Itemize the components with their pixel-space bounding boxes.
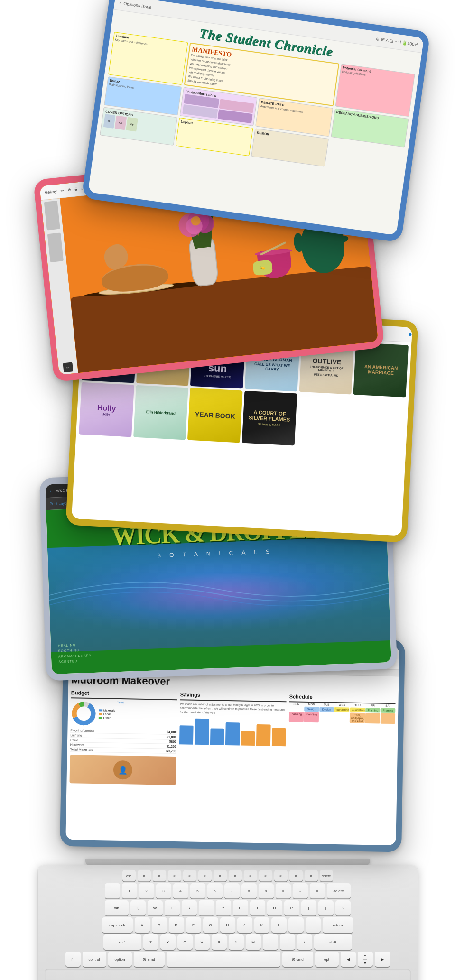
- key-option-left[interactable]: option: [108, 952, 132, 967]
- key-x[interactable]: X: [160, 934, 176, 950]
- key-quote[interactable]: ': [306, 917, 321, 933]
- key-shift-left[interactable]: shift: [103, 934, 141, 950]
- key-shift-right[interactable]: shift: [314, 934, 352, 950]
- key-2[interactable]: 2: [139, 883, 154, 898]
- key-q[interactable]: Q: [130, 900, 146, 915]
- key-tab[interactable]: tab: [105, 900, 129, 915]
- savings-title: Savings: [180, 690, 286, 702]
- key-0[interactable]: 0: [276, 883, 291, 898]
- books-search[interactable]: ⊕: [408, 333, 411, 337]
- key-f8[interactable]: #: [244, 870, 257, 881]
- key-3[interactable]: 3: [156, 883, 171, 898]
- key-lbracket[interactable]: [: [301, 900, 316, 915]
- key-f10[interactable]: #: [274, 870, 288, 881]
- key-y[interactable]: Y: [216, 900, 231, 915]
- key-f5[interactable]: #: [198, 870, 212, 881]
- pencil-icon: ✏: [60, 188, 64, 193]
- budget-total-label: Total: [116, 701, 123, 727]
- opacity-slider[interactable]: [44, 201, 60, 231]
- key-right[interactable]: ▶: [375, 952, 390, 967]
- key-space[interactable]: [167, 952, 280, 967]
- label-paint: Paint: [70, 738, 77, 741]
- trackpad[interactable]: [45, 969, 411, 980]
- key-f2[interactable]: #: [153, 870, 166, 881]
- key-6[interactable]: 6: [207, 883, 223, 898]
- key-left[interactable]: ◀: [341, 952, 356, 967]
- key-delete-fn[interactable]: delete: [320, 870, 333, 881]
- book-court[interactable]: A COURT OF SILVER FLAMES SARAH J. MAAS: [241, 391, 297, 446]
- zxcv-row: shift Z X C V B N M , . / shift: [45, 934, 411, 950]
- book-holly[interactable]: Holly Jolly: [79, 382, 134, 437]
- key-w[interactable]: W: [148, 900, 163, 915]
- key-k[interactable]: K: [254, 917, 269, 933]
- key-u[interactable]: U: [233, 900, 248, 915]
- key-f11[interactable]: #: [289, 870, 303, 881]
- book-hilderbrand[interactable]: Elin Hilderbrand: [133, 385, 188, 440]
- size-slider[interactable]: [47, 232, 63, 262]
- key-backslash[interactable]: \: [335, 900, 351, 915]
- undo-icon[interactable]: ↩: [63, 362, 73, 372]
- cal-cell-2: Design: [319, 707, 334, 712]
- key-d[interactable]: D: [169, 917, 184, 933]
- key-f1[interactable]: #: [138, 870, 151, 881]
- key-l[interactable]: L: [271, 917, 287, 933]
- key-delete[interactable]: delete: [327, 883, 351, 898]
- key-5[interactable]: 5: [190, 883, 205, 898]
- key-f7[interactable]: #: [229, 870, 242, 881]
- key-cmd-left[interactable]: ⌘ cmd: [134, 952, 165, 967]
- key-equals[interactable]: =: [310, 883, 325, 898]
- key-8[interactable]: 8: [241, 883, 257, 898]
- key-s[interactable]: S: [152, 917, 167, 933]
- key-period[interactable]: .: [280, 934, 295, 950]
- key-cmd-right[interactable]: ⌘ cmd: [282, 952, 313, 967]
- doc-title: Opinions Issue: [123, 1, 151, 9]
- key-g[interactable]: G: [203, 917, 218, 933]
- key-p[interactable]: P: [284, 900, 299, 915]
- key-z[interactable]: Z: [143, 934, 158, 950]
- key-v[interactable]: V: [195, 934, 210, 950]
- key-c[interactable]: C: [177, 934, 193, 950]
- key-control[interactable]: control: [83, 952, 106, 967]
- label-flooring: Flooring/Lumber: [70, 729, 94, 732]
- key-n[interactable]: N: [229, 934, 244, 950]
- key-i[interactable]: I: [250, 900, 265, 915]
- key-f[interactable]: F: [186, 917, 201, 933]
- key-r[interactable]: R: [182, 900, 197, 915]
- book-title-hild: Elin Hilderbrand: [146, 409, 175, 415]
- key-comma[interactable]: ,: [263, 934, 278, 950]
- key-4[interactable]: 4: [173, 883, 188, 898]
- timeline-box: Timeline Key dates and milestones: [108, 32, 188, 85]
- key-f6[interactable]: #: [214, 870, 227, 881]
- key-h[interactable]: H: [220, 917, 235, 933]
- key-e[interactable]: E: [165, 900, 180, 915]
- book-sub-gorman: CALL US WHAT WE CARRY: [248, 361, 295, 372]
- key-caps[interactable]: caps lock: [102, 917, 133, 933]
- key-b[interactable]: B: [212, 934, 227, 950]
- key-f9[interactable]: #: [259, 870, 272, 881]
- key-m[interactable]: M: [246, 934, 261, 950]
- key-tilde[interactable]: ~`: [105, 883, 120, 898]
- gallery-button[interactable]: Gallery: [45, 189, 57, 195]
- key-f12[interactable]: #: [305, 870, 318, 881]
- book-yearbook[interactable]: YEAR BOOK: [187, 388, 242, 443]
- key-f3[interactable]: #: [168, 870, 181, 881]
- book-american[interactable]: AN AMERICAN MARRIAGE: [353, 342, 408, 398]
- key-return[interactable]: return: [323, 917, 353, 933]
- key-esc[interactable]: esc: [122, 870, 136, 881]
- key-f4[interactable]: #: [183, 870, 196, 881]
- key-o[interactable]: O: [267, 900, 282, 915]
- key-updown[interactable]: ▲ ▼: [358, 952, 373, 967]
- toolbar-icons: ⊕ ⊞ A ⊡ ⋯ | 🔋100%: [376, 37, 418, 47]
- key-fn[interactable]: fn: [65, 952, 81, 967]
- key-9[interactable]: 9: [259, 883, 274, 898]
- key-rbracket[interactable]: ]: [318, 900, 334, 915]
- key-j[interactable]: J: [237, 917, 252, 933]
- key-semicolon[interactable]: ;: [288, 917, 304, 933]
- key-option-right[interactable]: opt: [315, 952, 339, 967]
- key-slash[interactable]: /: [297, 934, 312, 950]
- key-7[interactable]: 7: [224, 883, 240, 898]
- key-t[interactable]: T: [199, 900, 214, 915]
- key-minus[interactable]: -: [293, 883, 308, 898]
- key-1[interactable]: 1: [122, 883, 137, 898]
- key-a[interactable]: A: [135, 917, 150, 933]
